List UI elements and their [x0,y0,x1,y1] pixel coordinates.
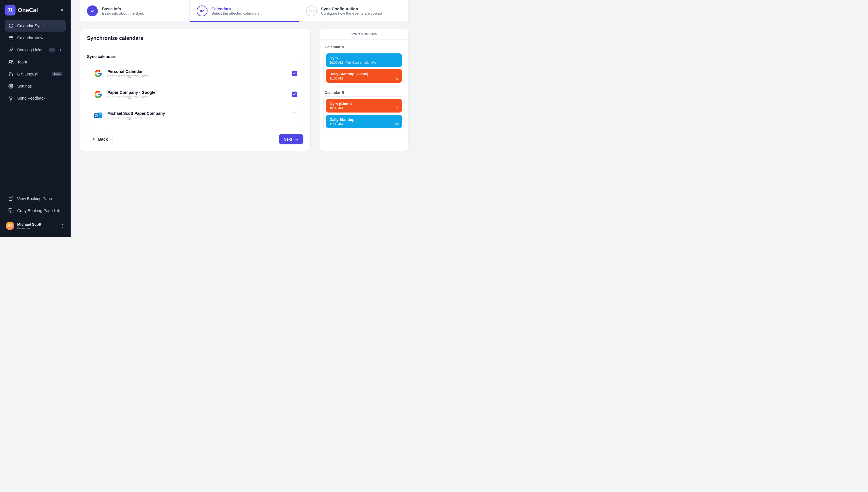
sidebar-item-label: Gift OneCal [17,72,48,76]
svg-point-10 [62,227,63,228]
lock-icon [396,76,399,80]
synchronize-panel: Synchronize calendars Sync calendars Per… [80,29,311,151]
sidebar-item-feedback[interactable]: Send Feedback [5,93,66,104]
preview-event: Gym (Clone) 10:00 AM [326,99,402,113]
bulb-icon [8,95,14,101]
svg-rect-18 [396,108,398,109]
sidebar-item-label: Team [17,60,63,64]
next-button[interactable]: Next [279,134,303,144]
next-label: Next [283,137,292,142]
chevrons-left-icon [60,8,64,13]
brand-name: OneCal [18,7,38,14]
svg-point-1 [9,60,11,62]
kebab-icon [60,224,65,228]
step-calendars[interactable]: 02 Calendars Select the affected calenda… [190,0,299,22]
arrow-right-icon [295,137,299,141]
sidebar-item-team[interactable]: Team [5,56,66,68]
preview-group: Gym 10:00 AM · Flex Gym on 16th Ave Dail… [323,51,404,85]
calendar-checkbox[interactable] [292,113,297,118]
sidebar-item-gift[interactable]: Gift OneCal New [5,68,66,80]
new-badge: New [52,72,63,76]
stepper: Basic Info Basic info about the Sync 02 … [80,0,409,22]
event-subtitle: 10:00 AM · Flex Gym on 16th Ave [329,61,398,64]
check-icon [90,8,95,14]
svg-point-2 [11,60,13,62]
sidebar-nav: Calendar Sync Calendar View Booking Link… [2,20,68,104]
svg-rect-0 [9,36,13,40]
preview-event: Daily Standup 11:00 AM [326,115,402,128]
svg-point-5 [10,85,12,87]
event-subtitle: 11:00 AM [329,77,398,80]
sidebar-item-label: Booking Links [17,48,45,52]
step-subtitle: Configure how the events are copied [321,11,382,16]
arrow-left-icon [92,137,96,141]
content-row: Synchronize calendars Sync calendars Per… [80,29,409,151]
user-name: Michael Scott [17,222,57,226]
sync-preview-panel: SYNC PREVIEW Calendar A Gym 10:00 AM · F… [319,29,409,151]
video-icon [395,122,399,125]
step-basic-info[interactable]: Basic Info Basic info about the Sync [80,0,190,22]
svg-rect-19 [396,123,398,124]
sidebar-item-label: Calendar Sync [17,24,63,28]
step-title: Sync Configuration [321,7,382,11]
back-label: Back [98,137,108,142]
calendar-meta: Paper Company - Google onecaldemo@gmail.… [107,90,288,99]
preview-group: Gym (Clone) 10:00 AM Daily Standup 11:00… [323,96,404,131]
calendar-email: onecaldemo@outlook.com [107,116,288,120]
calendar-checkbox[interactable] [292,92,297,97]
sidebar-item-label: Calendar View [17,35,63,40]
calendar-row[interactable]: Michael Scott Paper Company onecaldemo@o… [87,105,303,126]
step-sync-config[interactable]: 03 Sync Configuration Configure how the … [299,0,409,22]
gift-icon [8,71,14,77]
sidebar-item-copy-booking[interactable]: Copy Booking Page link [5,205,66,217]
preview-event: Daily Standup (Clone) 11:00 AM [326,69,402,83]
event-title: Daily Standup (Clone) [329,72,398,76]
brand[interactable]: 01 OneCal [5,5,38,16]
sidebar-item-label: View Booking Page [17,196,63,201]
calendar-row[interactable]: Paper Company - Google onecaldemo@gmail.… [87,84,303,105]
calendar-meta: Personal Calendar onecaldemo@gmail.com [107,69,288,78]
brand-logo: 01 [5,5,16,16]
step-indicator: 02 [197,5,207,16]
preview-group-label: Calendar A [322,43,406,51]
user-menu-button[interactable] [60,224,65,228]
svg-point-8 [62,224,63,225]
event-subtitle: 10:00 AM [329,106,398,110]
booking-links-badge: 1 [49,48,55,52]
svg-rect-17 [396,78,398,79]
sidebar-item-label: Send Feedback [17,96,63,100]
sidebar-item-booking-links[interactable]: Booking Links 1 [5,44,66,56]
calendar-email: onecaldemo@gmail.com [107,74,288,78]
sidebar-footer-links: View Booking Page Copy Booking Page link [2,193,68,217]
chevron-right-icon [58,48,63,52]
panel-footer: Back Next [80,128,310,151]
calendar-row[interactable]: Personal Calendar onecaldemo@gmail.com [87,63,303,84]
calendar-name: Personal Calendar [107,69,288,74]
preview-group-label: Calendar B [322,88,406,96]
user-meta: Michael Scott Premium [17,222,57,230]
svg-point-9 [62,226,63,226]
sidebar-header: 01 OneCal [2,5,68,18]
external-link-icon [8,196,14,201]
sidebar-item-label: Copy Booking Page link [17,208,63,213]
back-button[interactable]: Back [87,134,113,144]
sidebar-item-calendar-view[interactable]: Calendar View [5,32,66,44]
step-indicator: 03 [306,5,317,16]
sidebar-item-label: Settings [17,84,63,89]
sidebar-collapse-button[interactable] [58,6,66,14]
preview-header: SYNC PREVIEW [320,29,408,40]
calendar-checkbox[interactable] [292,71,297,76]
copy-icon [8,208,14,214]
sync-icon [8,23,14,29]
sidebar-item-view-booking[interactable]: View Booking Page [5,193,66,204]
avatar[interactable]: MS [6,222,14,230]
event-subtitle: 11:00 AM [329,122,398,126]
step-title: Basic Info [102,7,144,11]
gear-icon [8,83,14,89]
calendar-list: Personal Calendar onecaldemo@gmail.com P… [87,63,303,126]
sidebar-item-calendar-sync[interactable]: Calendar Sync [5,20,66,31]
sidebar-item-settings[interactable]: Settings [5,80,66,92]
panel-heading: Synchronize calendars [87,35,303,41]
calendar-email: onecaldemo@gmail.com [107,95,288,99]
outlook-icon [93,110,103,121]
